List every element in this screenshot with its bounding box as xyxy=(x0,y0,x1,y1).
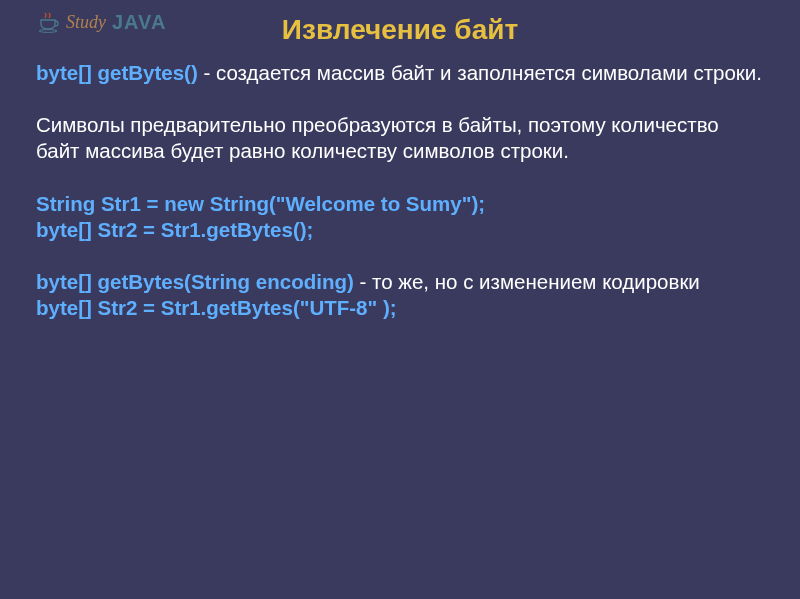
logo-study-text: Study xyxy=(66,12,106,33)
slide-container: Study JAVA Извлечение байт byte[] getByt… xyxy=(0,0,800,358)
code-signature-1: byte[] getBytes() xyxy=(36,61,198,84)
desc-2: - то же, но с изменением кодировки xyxy=(354,270,700,293)
code-signature-2: byte[] getBytes(String encoding) xyxy=(36,270,354,293)
desc-1: - создается массив байт и заполняется си… xyxy=(198,61,762,84)
code-line-2: byte[] Str2 = Str1.getBytes(); xyxy=(36,217,764,243)
paragraph-3: byte[] getBytes(String encoding) - то же… xyxy=(36,269,764,321)
java-cup-icon xyxy=(36,10,60,34)
paragraph-2: Символы предварительно преобразуются в б… xyxy=(36,112,764,164)
logo-java-text: JAVA xyxy=(112,11,166,34)
code-line-3: byte[] Str2 = Str1.getBytes("UTF-8" ); xyxy=(36,295,764,321)
paragraph-1: byte[] getBytes() - создается массив бай… xyxy=(36,60,764,86)
code-line-1: String Str1 = new String("Welcome to Sum… xyxy=(36,191,764,217)
svg-point-0 xyxy=(39,30,57,33)
code-block-1: String Str1 = new String("Welcome to Sum… xyxy=(36,191,764,243)
content-area: byte[] getBytes() - создается массив бай… xyxy=(36,60,764,322)
